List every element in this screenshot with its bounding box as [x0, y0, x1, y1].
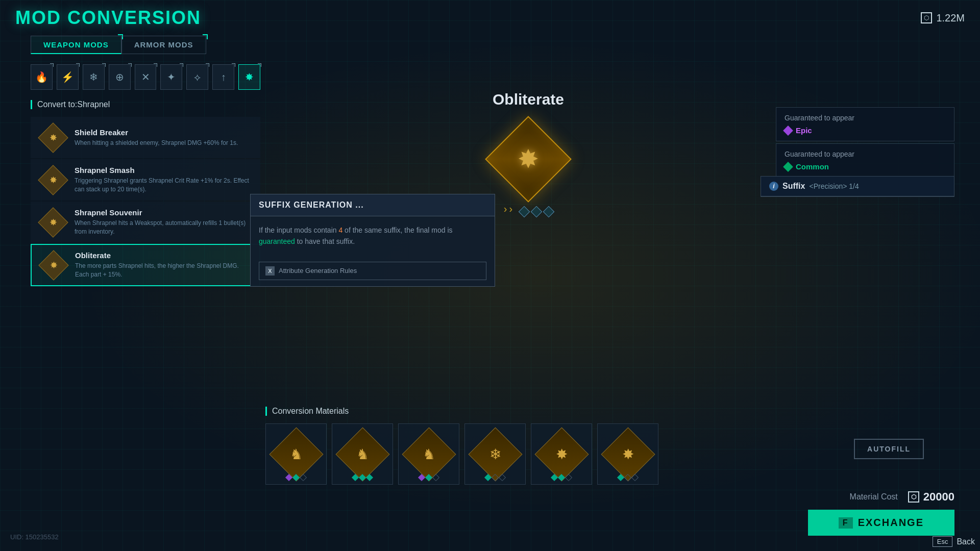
- mod-item-1[interactable]: ✸ Shrapnel Smash Triggering Shrapnel gra…: [31, 159, 260, 201]
- center-slots-row: ››: [504, 203, 553, 216]
- mat-slot-2-0: [418, 474, 425, 481]
- material-item-0[interactable]: ♞: [265, 423, 327, 485]
- esc-key[interactable]: Esc: [933, 536, 953, 547]
- attr-gen-button[interactable]: X Attribute Generation Rules: [259, 262, 486, 280]
- slot-0: [519, 206, 530, 217]
- material-icon-0: ♞: [290, 446, 303, 463]
- material-item-1[interactable]: ♞: [332, 423, 393, 485]
- back-nav: Esc Back: [933, 536, 975, 547]
- material-item-3[interactable]: ❄: [464, 423, 526, 485]
- tooltip-text-1: If the input mods contain: [259, 226, 338, 234]
- cat-icon-star4[interactable]: ✦: [160, 64, 182, 90]
- suffix-panel: i Suffix <Precision> 1/4: [761, 176, 954, 197]
- material-cost-value: ⬡ 20000: [908, 490, 954, 504]
- slot-2: [543, 206, 555, 217]
- mod-list: ✸ Shield Breaker When hitting a shielded…: [31, 117, 260, 286]
- material-item-2[interactable]: ♞: [398, 423, 459, 485]
- tooltip-guaranteed: guaranteed: [259, 237, 295, 245]
- mod-desc-0: When hitting a shielded enemy, Shrapnel …: [75, 139, 252, 147]
- cat-icon-cross[interactable]: ✕: [135, 64, 157, 90]
- arrow-1: ›: [504, 203, 507, 215]
- center-mod-slots: [520, 208, 553, 216]
- material-icon-5: ✸: [622, 446, 634, 463]
- autofill-button[interactable]: AUTOFILL: [854, 439, 924, 459]
- mod-info-0: Shield Breaker When hitting a shielded e…: [75, 128, 252, 147]
- tab-weapon-mods[interactable]: WEAPON MODS: [31, 36, 121, 54]
- uid-display: UID: 150235532: [10, 533, 59, 541]
- material-slots-4: [552, 475, 571, 480]
- mod-info-1: Shrapnel Smash Triggering Shrapnel grant…: [75, 166, 252, 194]
- currency-icon: ⬡: [921, 12, 932, 23]
- currency-display: ⬡ 1.22M: [921, 12, 965, 24]
- category-icons: 🔥 ⚡ ❄ ⊕ ✕ ✦ ⟡ ↑ ✸: [31, 64, 260, 90]
- mod-icon-2: ✸: [39, 208, 67, 236]
- guaranteed-rarity-common: Common: [785, 162, 946, 171]
- x-icon: X: [265, 266, 275, 276]
- center-mod-icon: ✸: [493, 123, 564, 195]
- material-slots-2: [419, 475, 438, 480]
- center-mod-name: Obliterate: [493, 91, 564, 108]
- material-icon-1: ♞: [356, 446, 369, 463]
- tab-armor-mods[interactable]: ARMOR MODS: [121, 36, 206, 54]
- mod-name-2: Shrapnel Souvenir: [75, 208, 252, 217]
- convert-label: Convert to:Shrapnel: [31, 100, 260, 109]
- cat-icon-spiral[interactable]: ⟡: [186, 64, 208, 90]
- slot-1: [531, 206, 543, 217]
- page-title: MOD CONVERSION: [15, 7, 201, 29]
- mod-icon-3: ✸: [39, 251, 67, 279]
- material-cost-row: Material Cost ⬡ 20000: [850, 490, 954, 504]
- epic-diamond-icon: [783, 126, 793, 136]
- cat-icon-circle[interactable]: ⊕: [109, 64, 131, 90]
- material-icon-3: ❄: [489, 446, 501, 463]
- mat-slot-4-2: [565, 474, 572, 481]
- tooltip-header: SUFFIX GENERATION ...: [251, 194, 495, 216]
- tooltip-text-2: of the same suffix, the final mod is: [342, 226, 452, 234]
- guaranteed-box-epic: Guaranteed to appear Epic: [776, 107, 954, 141]
- mod-name-0: Shield Breaker: [75, 128, 252, 137]
- common-rarity-text: Common: [796, 162, 829, 171]
- right-panel: Guaranteed to appear Epic Guaranteed to …: [776, 107, 954, 180]
- tabs: WEAPON MODS ARMOR MODS: [31, 36, 260, 54]
- material-diamond-4: ✸: [534, 427, 589, 481]
- material-diamond-1: ♞: [335, 427, 389, 481]
- material-cost-label: Material Cost: [850, 492, 898, 502]
- common-diamond-icon: [783, 162, 793, 172]
- material-item-5[interactable]: ✸: [597, 423, 658, 485]
- currency-value: 1.22M: [936, 12, 965, 24]
- cat-icon-up[interactable]: ↑: [212, 64, 234, 90]
- mod-name-1: Shrapnel Smash: [75, 166, 252, 174]
- guaranteed-title-common: Guaranteed to appear: [785, 150, 946, 158]
- tooltip-text-3: to have that suffix.: [295, 237, 355, 245]
- back-label: Back: [957, 537, 975, 546]
- left-panel: WEAPON MODS ARMOR MODS 🔥 ⚡ ❄ ⊕ ✕ ✦ ⟡ ↑ ✸…: [31, 36, 260, 551]
- cost-currency-icon: ⬡: [908, 491, 919, 503]
- materials-label: Conversion Materials: [265, 407, 755, 416]
- mod-item-3[interactable]: ✸ Obliterate The more parts Shrapnel hit…: [31, 244, 260, 286]
- material-slots-3: [485, 475, 505, 480]
- mat-slot-2-2: [432, 474, 439, 481]
- mat-slot-5-1: [624, 474, 631, 481]
- cat-icon-shrapnel[interactable]: ✸: [238, 64, 260, 90]
- mat-slot-0-0: [285, 474, 292, 481]
- mod-item-2[interactable]: ✸ Shrapnel Souvenir When Shrapnel hits a…: [31, 202, 260, 243]
- exchange-key: F: [839, 517, 853, 529]
- mat-slot-4-0: [551, 474, 558, 481]
- mod-item-0[interactable]: ✸ Shield Breaker When hitting a shielded…: [31, 117, 260, 158]
- mod-desc-3: The more parts Shrapnel hits, the higher…: [75, 262, 252, 279]
- header: MOD CONVERSION ⬡ 1.22M: [0, 0, 980, 36]
- cat-icon-fire[interactable]: 🔥: [31, 64, 53, 90]
- exchange-button[interactable]: F EXCHANGE: [808, 510, 954, 536]
- epic-rarity-text: Epic: [796, 126, 812, 135]
- mat-slot-1-0: [352, 474, 359, 481]
- cat-icon-lightning[interactable]: ⚡: [57, 64, 79, 90]
- center-diamond-inner: ✸: [518, 144, 539, 174]
- tooltip-body: If the input mods contain 4 of the same …: [251, 216, 495, 256]
- cat-icon-frost[interactable]: ❄: [83, 64, 105, 90]
- arrow-2: ›: [509, 203, 513, 215]
- exchange-label: EXCHANGE: [858, 517, 924, 529]
- material-item-4[interactable]: ✸: [531, 423, 592, 485]
- guaranteed-title-epic: Guaranteed to appear: [785, 114, 946, 122]
- mat-slot-0-2: [300, 474, 307, 481]
- mat-slot-0-1: [292, 474, 300, 481]
- material-diamond-0: ♞: [269, 427, 323, 481]
